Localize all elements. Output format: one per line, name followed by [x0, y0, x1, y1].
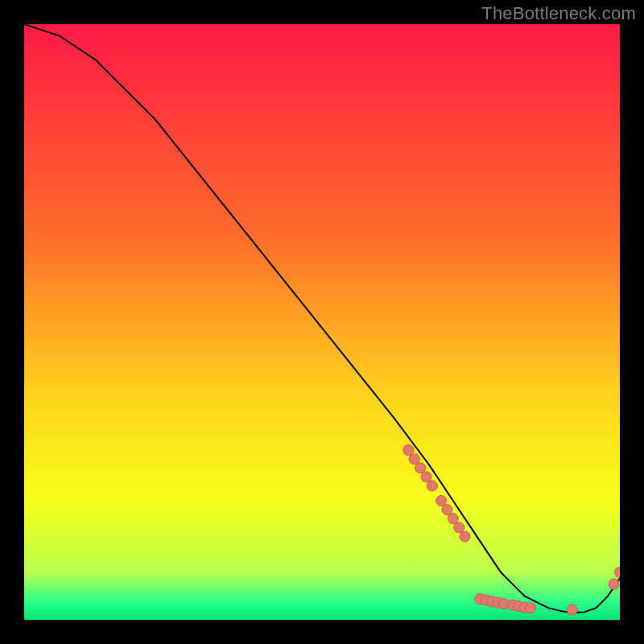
data-marker	[436, 496, 447, 506]
chart-svg	[24, 24, 620, 620]
gradient-background	[24, 24, 620, 620]
data-marker	[427, 481, 437, 491]
data-marker	[403, 445, 414, 456]
data-marker	[421, 472, 431, 482]
data-marker	[609, 579, 619, 589]
data-marker	[526, 603, 536, 613]
data-marker	[448, 514, 458, 524]
data-marker	[567, 605, 577, 615]
data-marker	[454, 522, 464, 533]
plot-area	[24, 24, 620, 620]
data-marker	[409, 454, 419, 464]
chart-frame: TheBottleneck.com	[0, 0, 644, 644]
data-marker	[442, 505, 452, 515]
watermark-text: TheBottleneck.com	[481, 3, 636, 24]
data-marker	[460, 531, 470, 542]
data-marker	[415, 463, 426, 473]
